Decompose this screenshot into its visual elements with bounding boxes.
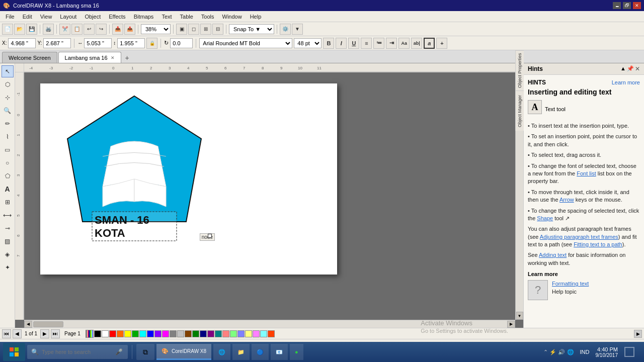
color-swatch-purple[interactable] xyxy=(154,330,162,337)
color-swatch-teal[interactable] xyxy=(215,330,222,337)
color-swatch-mauve[interactable] xyxy=(207,330,214,337)
height-input[interactable] xyxy=(117,38,145,48)
y-input[interactable] xyxy=(43,38,71,48)
color-swatch-red[interactable] xyxy=(109,330,116,337)
menu-item-object[interactable]: Object xyxy=(81,13,104,21)
color-swatch-darkorange[interactable] xyxy=(268,330,275,337)
color-swatch-pink[interactable] xyxy=(222,330,229,337)
menu-item-help[interactable]: Help xyxy=(247,13,265,21)
scroll-thumb-h[interactable] xyxy=(33,321,63,327)
settings-button[interactable]: ⚙️ xyxy=(280,24,291,35)
text-tool-button[interactable]: A xyxy=(2,183,14,195)
color-swatch-blue[interactable] xyxy=(147,330,154,337)
color-swatch-orange[interactable] xyxy=(117,330,124,337)
task-view-button[interactable]: ⧉ xyxy=(136,344,154,360)
menu-item-table[interactable]: Table xyxy=(177,13,197,21)
cut-button[interactable]: ✂️ xyxy=(59,24,70,35)
tab-close-button[interactable]: ✕ xyxy=(111,55,115,60)
lock-ratio-button[interactable]: 🔒 xyxy=(146,38,157,49)
color-swatch-navy[interactable] xyxy=(200,330,207,337)
connector-tool-button[interactable]: ⊸ xyxy=(2,222,14,234)
page-prev-button[interactable]: ◀ xyxy=(13,329,22,338)
export-button[interactable]: 📤 xyxy=(124,24,135,35)
crop-tool-button[interactable]: ⊹ xyxy=(2,92,14,104)
freehand-tool-button[interactable]: ✏ xyxy=(2,118,14,130)
color-swatch-brown[interactable] xyxy=(185,330,192,337)
object-properties-tab[interactable]: Object Properties xyxy=(516,50,524,90)
menu-item-bitmaps[interactable]: Bitmaps xyxy=(130,13,157,21)
options-button[interactable]: ▼ xyxy=(292,24,303,35)
list-button[interactable]: ≔ xyxy=(373,38,384,49)
fontsize-combo[interactable]: 48 pt xyxy=(294,38,321,48)
tab-add-button[interactable]: + xyxy=(122,53,132,63)
color-swatch-periwinkle[interactable] xyxy=(237,330,245,337)
tab-lambang[interactable]: Lambang sma 16 ✕ xyxy=(58,52,121,63)
rectangle-tool-button[interactable]: ▭ xyxy=(2,144,14,156)
guideline-button[interactable]: ⊟ xyxy=(212,24,223,35)
scroll-down-button[interactable]: ▼ xyxy=(516,312,523,320)
smart-tool-button[interactable]: ⌇ xyxy=(2,131,14,143)
color-swatch-yellow[interactable] xyxy=(124,330,131,337)
no-color-swatch[interactable] xyxy=(86,330,94,338)
taskbar-app3[interactable]: ● xyxy=(290,344,303,360)
taskbar-coreldraw[interactable]: 🎨 CorelDRAW X8 xyxy=(156,344,211,360)
page-first-button[interactable]: ⏮ xyxy=(2,329,11,338)
taskbar-explorer[interactable]: 📁 xyxy=(232,344,250,360)
color-swatch-black[interactable] xyxy=(94,330,101,337)
scroll-right-button[interactable]: ▶ xyxy=(507,321,515,328)
color-swatch-darkgreen[interactable] xyxy=(192,330,199,337)
copy-button[interactable]: 📋 xyxy=(71,24,83,35)
align-button[interactable]: ≡ xyxy=(361,38,372,49)
start-button[interactable] xyxy=(3,343,25,361)
adjust-para-link[interactable]: Adjusting paragraph text frames xyxy=(540,234,618,240)
color-swatch-lightcyan[interactable] xyxy=(260,330,267,337)
horizontal-scrollbar[interactable]: ◀ ▶ xyxy=(24,320,515,328)
x-input[interactable] xyxy=(8,38,36,48)
char-button[interactable]: ab| xyxy=(411,38,422,49)
table-tool-button[interactable]: ⊞ xyxy=(2,196,14,208)
grid-button[interactable]: ⊞ xyxy=(200,24,211,35)
show-desktop-button[interactable] xyxy=(622,344,637,360)
tab-welcome-screen[interactable]: Welcome Screen xyxy=(2,52,57,63)
color-swatch-white[interactable] xyxy=(102,330,109,337)
new-button[interactable]: 📄 xyxy=(2,24,13,35)
underline-button[interactable]: U xyxy=(348,38,359,49)
scroll-palette-right[interactable]: ▶ xyxy=(634,330,642,338)
shape-tool-button[interactable]: ⬡ xyxy=(2,78,14,90)
object-manager-tab[interactable]: Object Manager xyxy=(516,90,524,131)
title-controls[interactable]: 🗕 🗗 ✕ xyxy=(613,2,641,9)
taskbar-edge[interactable]: 🌐 xyxy=(213,344,230,360)
dimension-tool-button[interactable]: ⟷ xyxy=(2,209,14,221)
taskbar-app1[interactable]: 🔵 xyxy=(252,344,269,360)
color-swatch-gray[interactable] xyxy=(170,330,177,337)
menu-item-edit[interactable]: Edit xyxy=(19,13,36,21)
zoom-combo[interactable]: 38% 50% 100% xyxy=(141,24,171,34)
save-button[interactable]: 💾 xyxy=(26,24,37,35)
panel-arrow-up[interactable]: ▲ xyxy=(620,65,626,72)
bold-button[interactable]: B xyxy=(323,38,334,49)
menu-item-effects[interactable]: Effects xyxy=(105,13,129,21)
panel-close-button[interactable]: ✕ xyxy=(635,65,640,72)
polygon-tool-button[interactable]: ⬠ xyxy=(2,170,14,182)
panel-pin[interactable]: 📌 xyxy=(627,65,634,72)
mic-icon[interactable]: 🎤 xyxy=(115,348,123,355)
menu-item-text[interactable]: Text xyxy=(158,13,175,21)
color-swatch-lightyellow[interactable] xyxy=(245,330,252,337)
restore-button[interactable]: 🗗 xyxy=(623,2,631,9)
undo-button[interactable]: ↩ xyxy=(84,24,95,35)
menu-item-view[interactable]: View xyxy=(37,13,56,21)
add-frame-button[interactable]: + xyxy=(436,38,447,49)
page-next-button[interactable]: ▶ xyxy=(40,329,49,338)
snap-combo[interactable]: Snap To ▼ xyxy=(229,24,274,34)
outline-button[interactable]: ◻ xyxy=(188,24,199,35)
menu-item-tools[interactable]: Tools xyxy=(198,13,218,21)
print-button[interactable]: 🖨️ xyxy=(43,24,54,35)
arrow-keys-link[interactable]: Arrow xyxy=(559,197,574,203)
open-button[interactable]: 📂 xyxy=(14,24,25,35)
selection-handle[interactable] xyxy=(208,234,212,238)
fit-text-link[interactable]: Fitting text to a path xyxy=(574,241,622,247)
color-swatch-magenta[interactable] xyxy=(162,330,169,337)
color-swatch-lightpink[interactable] xyxy=(253,330,260,337)
menu-item-file[interactable]: File xyxy=(2,13,18,21)
indent-button[interactable]: ⇥ xyxy=(386,38,397,49)
